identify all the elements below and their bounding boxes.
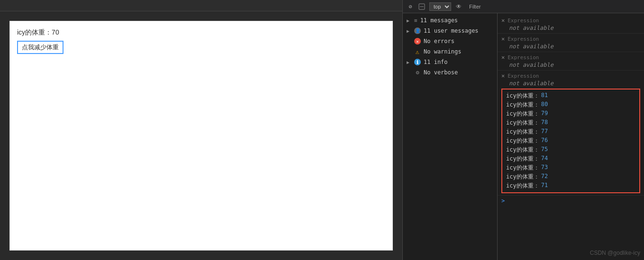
log-entries-block: icy的体重： 81 icy的体重： 80 icy的体重： 79 icy的体 <box>501 89 640 193</box>
console-item-user-messages[interactable]: ▶ 👤 11 user messages <box>403 26 497 36</box>
console-expressions: ✕ Expression not available ✕ Expression … <box>498 13 644 260</box>
expression-value-2: not available <box>501 43 640 50</box>
context-select[interactable]: top <box>429 2 451 11</box>
expression-block-4: ✕ Expression not available icy的体重： 81 ic… <box>498 71 644 196</box>
user-messages-label: 11 user messages <box>424 27 479 34</box>
info-label: 11 info <box>424 59 448 65</box>
list-icon: ≡ <box>414 18 417 24</box>
console-prompt[interactable]: > <box>498 196 644 206</box>
top-level-icon <box>418 3 426 10</box>
console-item-messages[interactable]: ▶ ≡ 11 messages <box>403 15 497 26</box>
log-line-3: icy的体重： 78 <box>506 118 635 127</box>
console-sidebar: ▶ ≡ 11 messages ▶ 👤 11 user messages ▶ ✕… <box>403 13 498 260</box>
gear-icon: ⚙ <box>414 69 421 76</box>
devtools-panel: ⊘ top 👁 Filter ▶ ≡ 11 messages ▶ 👤 11 us… <box>403 0 644 260</box>
preview-content: icy的体重：70 点我减少体重 <box>9 21 393 251</box>
expression-label-2: ✕ Expression <box>501 36 640 42</box>
log-line-1: icy的体重： 80 <box>506 100 635 109</box>
no-errors-label: No errors <box>424 38 454 45</box>
log-line-4: icy的体重： 77 <box>506 127 635 136</box>
arrow-icon: ▶ <box>407 18 411 23</box>
user-icon: 👤 <box>414 27 421 34</box>
no-warnings-label: No warnings <box>424 48 461 55</box>
reduce-weight-button[interactable]: 点我减少体重 <box>17 41 63 54</box>
arrow-icon-info: ▶ <box>407 60 411 65</box>
log-line-7: icy的体重： 74 <box>506 154 635 163</box>
watermark: CSDN @godlike-icy <box>590 250 640 256</box>
prohibit-icon[interactable]: ⊘ <box>407 3 414 10</box>
console-item-no-verbose[interactable]: ▶ ⚙ No verbose <box>403 67 497 78</box>
preview-toolbar <box>0 0 402 11</box>
console-item-info[interactable]: ▶ ℹ 11 info <box>403 57 497 67</box>
warning-icon: ⚠ <box>414 48 421 55</box>
log-line-10: icy的体重： 71 <box>506 181 635 190</box>
expression-close-2[interactable]: ✕ <box>501 36 505 42</box>
log-line-2: icy的体重： 79 <box>506 109 635 118</box>
log-line-5: icy的体重： 76 <box>506 136 635 145</box>
devtools-body: ▶ ≡ 11 messages ▶ 👤 11 user messages ▶ ✕… <box>403 13 644 260</box>
expression-block-2: ✕ Expression not available <box>498 34 644 52</box>
expression-close-3[interactable]: ✕ <box>501 54 505 61</box>
no-verbose-label: No verbose <box>424 69 458 76</box>
devtools-toolbar: ⊘ top 👁 Filter <box>403 0 644 13</box>
page-body-text: icy的体重：70 <box>17 28 385 37</box>
console-item-no-errors[interactable]: ▶ ✕ No errors <box>403 36 497 46</box>
expression-block-1: ✕ Expression not available <box>498 15 644 34</box>
expression-close-1[interactable]: ✕ <box>501 17 505 24</box>
log-line-8: icy的体重： 73 <box>506 163 635 172</box>
expression-value-3: not available <box>501 62 640 68</box>
error-icon: ✕ <box>414 38 421 45</box>
preview-panel: icy的体重：70 点我减少体重 <box>0 0 403 260</box>
expression-label-1: ✕ Expression <box>501 17 640 24</box>
devtools-right-panel: ✕ Expression not available ✕ Expression … <box>498 13 644 260</box>
expression-value-4: not available <box>501 80 640 87</box>
filter-button[interactable]: Filter <box>466 3 483 10</box>
eye-icon[interactable]: 👁 <box>455 3 463 10</box>
arrow-icon-user: ▶ <box>407 28 411 34</box>
expression-close-4[interactable]: ✕ <box>501 72 505 79</box>
log-line-0: icy的体重： 81 <box>506 91 635 100</box>
console-item-no-warnings[interactable]: ▶ ⚠ No warnings <box>403 46 497 57</box>
expression-label-3: ✕ Expression <box>501 54 640 61</box>
expression-block-3: ✕ Expression not available <box>498 52 644 71</box>
info-icon: ℹ <box>414 59 421 65</box>
expression-value-1: not available <box>501 25 640 31</box>
log-line-9: icy的体重： 72 <box>506 172 635 181</box>
log-line-6: icy的体重： 75 <box>506 145 635 154</box>
messages-label: 11 messages <box>420 17 458 24</box>
expression-label-4: ✕ Expression <box>501 72 640 79</box>
